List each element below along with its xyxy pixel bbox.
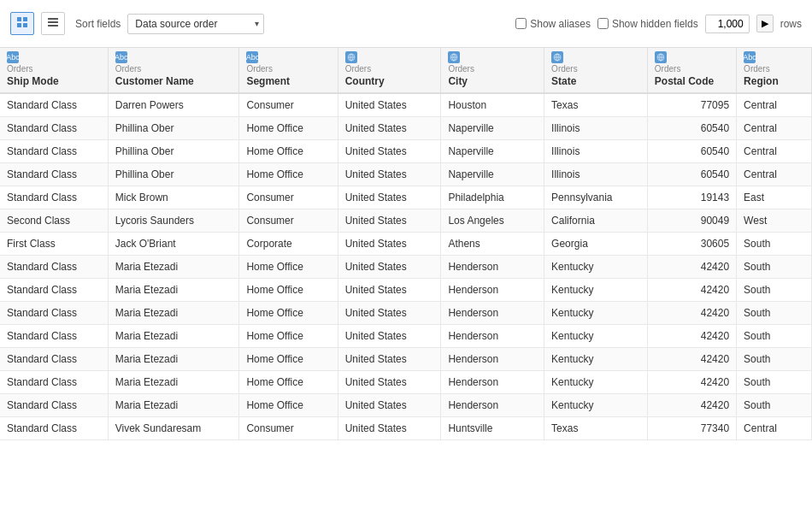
col-header-country: Orders Country [338,48,441,93]
cell-postal_code: 42420 [647,348,736,371]
cell-segment: Consumer [239,93,338,117]
col-source-postal: Orders [655,64,729,74]
cell-country: United States [338,186,441,209]
cell-state: Kentucky [544,302,648,325]
cell-state: Kentucky [544,279,648,302]
col-type-icon-segment: Abc [246,51,258,63]
cell-customer_name: Maria Etezadi [108,302,239,325]
show-hidden-label[interactable]: Show hidden fields [597,18,698,30]
col-type-icon-customer-name: Abc [115,51,127,63]
col-header-state: Orders State [544,48,648,93]
cell-state: Texas [544,417,648,440]
cell-segment: Home Office [239,140,338,163]
table-body: Standard ClassDarren PowersConsumerUnite… [0,93,812,440]
rows-input[interactable]: 1,000 [705,15,750,33]
rows-arrow-button[interactable]: ▶ [756,15,774,32]
cell-state: Pennsylvania [544,186,648,209]
table-row: Standard ClassDarren PowersConsumerUnite… [0,93,812,117]
table-row: Standard ClassMaria EtezadiHome OfficeUn… [0,348,812,371]
svg-rect-6 [48,25,58,27]
cell-country: United States [338,163,441,186]
cell-ship_mode: Standard Class [0,371,108,394]
cell-ship_mode: Standard Class [0,417,108,440]
cell-region: East [737,186,812,209]
cell-city: Naperville [441,117,544,140]
data-table: Abc Orders Ship Mode Abc Orders Customer… [0,48,812,440]
show-hidden-checkbox[interactable] [597,18,609,29]
cell-customer_name: Jack O'Briant [108,233,239,256]
svg-rect-1 [23,17,27,21]
cell-region: South [737,371,812,394]
col-header-postal-code: Orders Postal Code [647,48,736,93]
cell-ship_mode: Standard Class [0,140,108,163]
cell-state: Illinois [544,117,648,140]
col-name-state: State [551,75,640,87]
cell-country: United States [338,209,441,233]
col-source-state: Orders [551,64,640,74]
cell-region: South [737,348,812,371]
col-name-country: Country [345,75,434,87]
svg-rect-4 [48,18,58,20]
cell-postal_code: 19143 [647,186,736,209]
cell-customer_name: Maria Etezadi [108,325,239,348]
col-source-city: Orders [448,64,537,74]
cell-customer_name: Maria Etezadi [108,394,239,417]
cell-ship_mode: Standard Class [0,256,108,279]
col-type-icon-postal [655,51,667,63]
table-row: Standard ClassMaria EtezadiHome OfficeUn… [0,325,812,348]
cell-ship_mode: Standard Class [0,348,108,371]
list-view-button[interactable] [41,12,65,35]
cell-country: United States [338,256,441,279]
cell-ship_mode: First Class [0,233,108,256]
col-source-segment: Orders [246,64,330,74]
cell-country: United States [338,117,441,140]
cell-customer_name: Vivek Sundaresam [108,417,239,440]
col-name-region: Region [744,75,804,87]
svg-rect-5 [48,21,58,23]
cell-segment: Home Office [239,302,338,325]
cell-segment: Consumer [239,209,338,233]
cell-postal_code: 77340 [647,417,736,440]
cell-state: Georgia [544,233,648,256]
cell-state: California [544,209,648,233]
cell-region: South [737,325,812,348]
col-name-city: City [448,75,537,87]
cell-postal_code: 90049 [647,209,736,233]
cell-state: Kentucky [544,348,648,371]
cell-segment: Home Office [239,325,338,348]
cell-city: Houston [441,93,544,117]
cell-region: South [737,256,812,279]
cell-state: Texas [544,93,648,117]
cell-city: Henderson [441,256,544,279]
cell-segment: Home Office [239,348,338,371]
cell-customer_name: Mick Brown [108,186,239,209]
cell-region: Central [737,93,812,117]
cell-country: United States [338,325,441,348]
cell-city: Naperville [441,140,544,163]
col-name-ship-mode: Ship Mode [7,75,101,87]
cell-country: United States [338,279,441,302]
cell-ship_mode: Standard Class [0,117,108,140]
cell-region: Central [737,163,812,186]
table-row: Standard ClassPhillina OberHome OfficeUn… [0,140,812,163]
cell-region: West [737,209,812,233]
table-row: Second ClassLycoris SaundersConsumerUnit… [0,209,812,233]
cell-city: Philadelphia [441,186,544,209]
cell-ship_mode: Standard Class [0,325,108,348]
col-source-ship-mode: Orders [7,64,101,74]
sort-select[interactable]: Data source order Alphabetical Manual [127,14,264,34]
show-aliases-checkbox[interactable] [515,18,527,29]
cell-segment: Corporate [239,233,338,256]
grid-view-button[interactable] [10,12,34,35]
cell-postal_code: 42420 [647,371,736,394]
table-row: Standard ClassMaria EtezadiHome OfficeUn… [0,279,812,302]
cell-region: Central [737,117,812,140]
cell-country: United States [338,371,441,394]
col-type-icon-region: Abc [744,51,756,63]
show-aliases-label[interactable]: Show aliases [515,18,591,30]
table-row: First ClassJack O'BriantCorporateUnited … [0,233,812,256]
table-row: Standard ClassVivek SundaresamConsumerUn… [0,417,812,440]
cell-customer_name: Maria Etezadi [108,279,239,302]
table-row: Standard ClassMaria EtezadiHome OfficeUn… [0,394,812,417]
cell-customer_name: Lycoris Saunders [108,209,239,233]
